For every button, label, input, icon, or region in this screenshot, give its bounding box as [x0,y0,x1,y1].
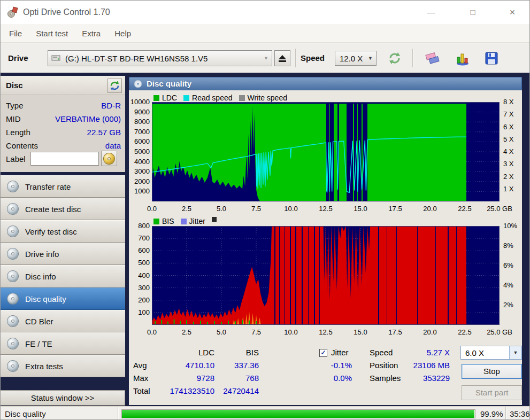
max-bis-value: 768 [216,374,259,383]
y-axis-tick-label: 10000 [124,98,150,106]
statistics-button[interactable] [453,49,472,68]
field-value: data [105,141,121,152]
chevron-down-icon: ▼ [509,346,521,359]
read-speed-select-value: 6.0 X [461,348,484,357]
menu-help[interactable]: Help [113,29,132,38]
disc-icon [7,271,18,282]
sidebar-item-disc-quality[interactable]: Disc quality [1,287,125,310]
y-axis-tick-label: 100 [124,308,150,316]
sidebar-item-create-test-disc[interactable]: Create test disc [1,198,125,220]
save-button[interactable] [482,49,501,68]
y-axis-right-tick-label: 2% [503,301,525,309]
avg-ldc-value: 4710.10 [150,361,214,370]
sidebar-item-label: Verify test disc [25,227,77,236]
sidebar-item-cd-bler[interactable]: CD Bler [1,310,125,332]
menu-start-test[interactable]: Start test [35,29,69,38]
minimize-button[interactable]: — [419,1,443,24]
y-axis-right-tick-label: 7 X [503,110,525,118]
y-axis-right-tick-label: 8% [503,242,525,250]
disc-icon [7,316,18,326]
max-jitter-value: 0.0% [308,374,352,383]
x-axis-tick-label: 10.0 [272,328,310,336]
y-axis-right-tick-label: 8 X [503,98,525,106]
y-axis-tick-label: 400 [124,271,150,279]
y-axis-tick-label: 300 [124,284,150,292]
legend-item-jitter: Jitter [181,217,205,225]
drive-label: Drive [8,43,28,73]
x-axis-tick-label: 10.0 [272,205,310,213]
sidebar-item-label: Extra tests [25,362,63,371]
eject-icon [279,55,286,59]
y-axis-tick-label: 7000 [124,128,150,136]
write-label-button[interactable] [101,151,117,166]
sidebar-item-drive-info[interactable]: Drive info [1,243,125,265]
speed-combobox[interactable]: 12.0 X ▼ [335,51,377,66]
toolbar-separator [412,49,413,67]
disc-icon [7,248,18,259]
sidebar-item-extra-tests[interactable]: Extra tests [1,355,125,377]
status-window-button[interactable]: Status window >> [1,390,125,406]
save-icon [485,51,498,65]
refresh-icon [388,51,402,65]
stop-button[interactable]: Stop [462,364,522,379]
statusbar-separator [505,407,506,420]
y-axis-tick-label: 4000 [124,158,150,166]
x-axis-tick-label: 12.5 [307,328,344,336]
x-axis-tick-label: 7.5 [237,205,275,213]
chart2-legend: BISJitter [153,217,217,225]
statistics-icon [455,50,471,66]
media-pattern-icon [424,50,440,66]
field-value: BD-R [101,101,121,112]
refresh-disc-button[interactable] [107,79,122,93]
x-axis-tick-label: 12.5 [307,205,344,213]
ldc-read-speed-chart [152,102,500,201]
refresh-speeds-button[interactable] [386,49,404,67]
y-axis-right-tick-label: 6% [503,261,525,269]
speed-stat-value: 5.27 X [407,348,450,357]
read-speed-select[interactable]: 6.0 X ▼ [460,346,522,360]
x-axis-tick-label: 0.0 [133,328,171,336]
menu-file[interactable]: File [8,29,23,38]
samples-stat-value: 353229 [407,374,450,383]
disc-icon [7,204,18,214]
sidebar-item-verify-test-disc[interactable]: Verify test disc [1,220,125,243]
media-pattern-button[interactable] [423,49,442,68]
statusbar-separator [118,407,118,420]
disc-field-type: Type BD-R [6,101,121,112]
legend-item-write-speed: Write speed [239,94,287,102]
sidebar-item-label: Drive info [25,250,59,259]
x-axis-tick-label: 22.5 [446,328,483,336]
sidebar-item-fe-te[interactable]: FE / TE [1,332,125,355]
y-axis-tick-label: 1000 [124,187,150,195]
y-axis-right-tick-label: 10% [503,222,525,230]
total-bis-value: 24720414 [216,386,259,395]
maximize-button[interactable]: □ [461,1,485,24]
ldc-column-header: LDC [150,348,214,357]
speed-stat-label: Speed [370,348,393,357]
menu-extra[interactable]: Extra [81,29,102,38]
x-axis-tick-label: 15.0 [342,205,379,213]
x-axis-tick-label: 15.0 [342,328,379,336]
disc-info-panel: Type BD-R MID VERBATIMe (000) Length 22.… [1,95,125,172]
x-axis-tick-label: 2.5 [168,205,205,213]
drive-combobox[interactable]: (G:) HL-DT-ST BD-RE WH16NS58 1.V5 ▼ [48,50,272,66]
y-axis-tick-label: 5000 [124,147,150,155]
drive-combobox-value: (G:) HL-DT-ST BD-RE WH16NS58 1.V5 [65,54,208,63]
sidebar-item-transfer-rate[interactable]: Transfer rate [1,175,125,198]
label-field-caption: Label [6,154,26,164]
label-input[interactable] [30,152,99,166]
sidebar-item-disc-info[interactable]: Disc info [1,265,125,287]
chevron-down-icon: ▼ [264,56,272,61]
y-axis-tick-label: 8000 [124,118,150,126]
x-axis-tick-label: 20.0 [411,205,449,213]
bis-jitter-chart [152,226,500,325]
close-button[interactable]: × [501,1,524,24]
disc-quality-header: Disc quality [129,77,522,90]
window-title: Opti Drive Control 1.70 [23,1,110,24]
disc-panel-header: Disc [1,76,125,95]
eject-button[interactable] [274,50,290,66]
avg-bis-value: 337.36 [216,361,259,370]
max-ldc-value: 9728 [150,374,214,383]
jitter-checkbox[interactable]: ✓ [319,349,327,357]
legend-swatch [239,95,245,101]
